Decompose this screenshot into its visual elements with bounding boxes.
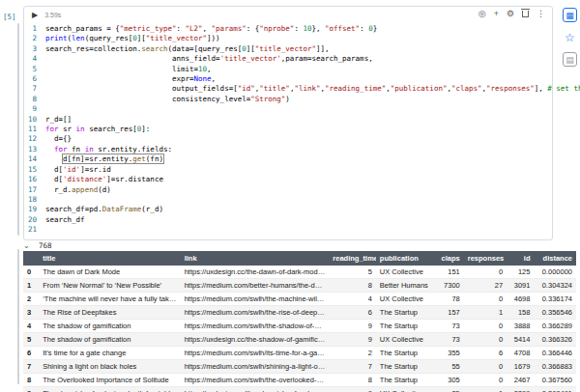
line-number: 17	[24, 185, 45, 195]
table-cell: 0.366289	[534, 320, 576, 333]
table-cell: 3091	[507, 279, 534, 293]
cell-execution-count: [5]	[3, 13, 16, 21]
code-line[interactable]: 21	[24, 225, 552, 235]
line-number: 14	[24, 154, 45, 164]
line-number: 4	[24, 54, 45, 64]
code-line[interactable]: 4 anns_field='title_vector',param=search…	[24, 54, 552, 64]
code-text	[45, 195, 50, 205]
line-number: 6	[24, 74, 45, 84]
table-cell: The Startup	[376, 320, 435, 333]
table-cell: The Startup	[376, 374, 435, 387]
results-table-body: 0The dawn of Dark Modehttps://uxdesign.c…	[23, 266, 576, 392]
line-number: 9	[24, 104, 45, 114]
delete-cell-icon[interactable]	[522, 11, 529, 17]
code-text: print(len(query_res[0]["title_vector"]))	[45, 34, 220, 43]
code-line[interactable]: 1search_params = {"metric_type": "L2", "…	[24, 24, 552, 34]
table-cell: 0.000000	[534, 266, 576, 279]
table-cell: 0.304324	[534, 279, 576, 293]
row-index: 9	[23, 387, 39, 392]
code-line[interactable]: 16 d['distance']=sr.distance	[24, 175, 552, 184]
code-line[interactable]: 6 expr=None,	[24, 74, 552, 84]
code-line[interactable]: 9	[24, 104, 552, 114]
table-cell: 9	[329, 320, 376, 333]
code-line[interactable]: 10r_d=[]	[24, 115, 552, 125]
layout-panel-icon[interactable]: ▤	[563, 52, 577, 67]
line-number: 19	[24, 205, 45, 214]
code-text: d['distance']=sr.distance	[45, 175, 163, 184]
table-cell: 125	[507, 266, 534, 279]
table-cell: 0.336174	[534, 293, 576, 306]
table-cell: 0.366326	[534, 333, 576, 347]
line-number: 12	[24, 134, 45, 144]
code-line[interactable]: 2print(len(query_res[0]["title_vector"])…	[24, 34, 552, 43]
star-icon[interactable]: ☆	[563, 30, 577, 44]
column-header: title	[39, 251, 181, 266]
run-cell-button[interactable]: ▶	[32, 12, 38, 19]
code-line[interactable]: 8 consistency_level="Strong")	[24, 95, 552, 104]
table-row: 7Shining a light on black holeshttps://m…	[23, 360, 576, 374]
table-row: 8The Overlooked Importance of Solitudeht…	[23, 374, 576, 387]
code-line[interactable]: 3search_res=collection.search(data=[quer…	[24, 44, 552, 54]
table-cell: The chronicle of a design death foretold	[39, 387, 181, 392]
table-cell: UX Collective	[376, 266, 435, 279]
table-cell: 305	[434, 374, 463, 387]
table-row: 3The Rise of Deepfakeshttps://medium.com…	[23, 306, 576, 320]
output-focus-bar	[17, 249, 19, 384]
code-line[interactable]: 11for sr in search_res[0]:	[24, 125, 552, 134]
table-cell: 158	[507, 306, 534, 320]
code-line[interactable]: 14 d[fn]=sr.entity.get(fn)	[24, 154, 552, 164]
table-cell: 0.356546	[534, 306, 576, 320]
code-text: search_params = {"metric_type": "L2", "p…	[45, 24, 377, 34]
code-line[interactable]: 19search_df=pd.DataFrame(r_d)	[24, 205, 552, 214]
collapse-output-icon[interactable]: ⌄	[23, 241, 37, 250]
code-line[interactable]: 18	[24, 195, 552, 205]
table-row: 0The dawn of Dark Modehttps://uxdesign.c…	[23, 266, 576, 279]
code-text: search_df	[45, 215, 85, 225]
table-cell: 2467	[507, 374, 534, 387]
table-cell: 6	[329, 306, 376, 320]
line-number: 21	[24, 225, 45, 235]
table-cell: 55	[434, 360, 463, 374]
line-number: 16	[24, 175, 45, 184]
table-cell: 6	[464, 347, 507, 360]
table-cell: The dawn of Dark Mode	[39, 266, 181, 279]
code-line[interactable]: 13 for fn in sr.entity.fields:	[24, 145, 552, 154]
table-view-icon[interactable]: ▦	[563, 8, 577, 22]
table-cell: The shadow of gamification	[39, 333, 181, 347]
table-row: 1From ‘New Normal’ to ‘New Possible’http…	[23, 279, 576, 293]
code-line[interactable]: 12 d={}	[24, 134, 552, 144]
table-row: 5The shadow of gamificationhttps://uxdes…	[23, 333, 576, 347]
code-line[interactable]: 5 limit=10,	[24, 65, 552, 74]
code-line[interactable]: 7 output_fields=["id","title","link","re…	[24, 84, 552, 94]
print-output-value: 768	[39, 241, 52, 250]
line-number: 11	[24, 125, 45, 134]
code-line[interactable]: 20search_df	[24, 215, 552, 225]
column-header: distance	[534, 251, 576, 266]
table-row: 6It’s time for a gate changehttps://medi…	[23, 347, 576, 360]
code-line[interactable]: 15 d['id']=sr.id	[24, 165, 552, 175]
table-cell: 0	[464, 360, 507, 374]
more-actions-icon[interactable]: ⋮	[536, 10, 545, 18]
row-index: 8	[23, 374, 39, 387]
eye-icon[interactable]: ◎	[478, 10, 486, 18]
settings-icon[interactable]: ⚙	[507, 10, 514, 18]
line-number: 8	[24, 95, 45, 104]
results-table: titlelinkreading_timepublicationclapsres…	[23, 251, 576, 392]
line-number: 10	[24, 115, 45, 125]
table-cell: 9	[329, 333, 376, 347]
cell-toolbar-icons: ◎ + ⚙ ⋮	[478, 10, 545, 18]
table-cell: 4708	[507, 347, 534, 360]
column-header: reading_time	[329, 251, 376, 266]
notebook: { "colors": { "accent": "#1a73e8", "tabl…	[0, 0, 580, 392]
table-cell: 4	[329, 293, 376, 306]
table-row: 4The shadow of gamificationhttps://mediu…	[23, 320, 576, 333]
add-cell-icon[interactable]: +	[494, 10, 499, 18]
table-cell: https://uxdesign.cc/the-shadow-of-gamifi…	[181, 333, 330, 347]
code-editor[interactable]: 1search_params = {"metric_type": "L2", "…	[24, 23, 552, 239]
code-line[interactable]: 17 r_d.append(d)	[24, 185, 552, 195]
header-row: titlelinkreading_timepublicationclapsres…	[23, 251, 576, 266]
row-index: 7	[23, 360, 39, 374]
code-text: d={}	[45, 134, 72, 144]
code-text: r_d.append(d)	[45, 185, 111, 195]
row-index: 2	[23, 293, 39, 306]
